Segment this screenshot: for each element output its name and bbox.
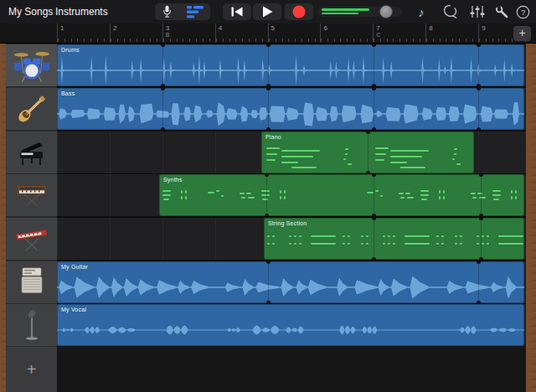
midi-note xyxy=(405,243,430,245)
tracks-view-icon[interactable] xyxy=(187,6,204,18)
play-icon xyxy=(261,6,273,18)
volume-knob[interactable] xyxy=(379,5,393,18)
loop-joint-dot xyxy=(372,84,376,86)
record-button[interactable] xyxy=(285,3,313,20)
bar-ruler[interactable]: 123B4567C89 + xyxy=(0,23,536,44)
instruments-button[interactable]: Instruments xyxy=(55,6,108,18)
bar-number: 4 xyxy=(219,24,222,32)
track-lanes: Drums Bass Piano Synths String S xyxy=(57,44,526,392)
midi-note xyxy=(375,159,384,161)
region-bass[interactable]: Bass xyxy=(57,88,524,130)
midi-note xyxy=(482,243,484,245)
level-meter-right xyxy=(322,13,358,15)
loop-joint-dot xyxy=(161,84,165,86)
loop-joint xyxy=(266,174,267,216)
beat-ticks xyxy=(269,39,321,42)
loop-joint xyxy=(268,88,269,130)
loop-browser-icon[interactable] xyxy=(439,0,461,23)
midi-note xyxy=(455,243,457,245)
play-button[interactable] xyxy=(253,3,281,20)
loop-joint-dot xyxy=(372,257,376,260)
loop-joint xyxy=(478,88,479,130)
loop-joint-dot xyxy=(366,132,370,134)
region-strings[interactable]: String Section xyxy=(264,218,524,260)
track-header-drums[interactable] xyxy=(6,44,57,86)
loop-joint xyxy=(374,88,374,130)
region-guitar[interactable]: My Guitar xyxy=(57,261,524,303)
track-header-strings[interactable] xyxy=(6,218,57,260)
help-icon[interactable]: ? xyxy=(512,0,533,23)
loop-joint-dot xyxy=(479,218,483,220)
midi-note xyxy=(452,158,455,160)
region-vocal[interactable]: My Vocal xyxy=(57,304,524,346)
loop-joint xyxy=(374,174,374,216)
track-header-synths[interactable] xyxy=(6,174,57,216)
wood-frame-right xyxy=(526,44,536,392)
bar-number: 8 xyxy=(429,24,432,32)
record-icon xyxy=(293,6,306,18)
region-piano[interactable]: Piano xyxy=(261,132,474,173)
loop-joint xyxy=(268,261,269,303)
track-header-guitar[interactable] xyxy=(6,261,57,303)
midi-note xyxy=(520,243,523,245)
toolbar: My Songs Instruments xyxy=(0,0,536,24)
microphone-icon[interactable] xyxy=(162,4,173,19)
midi-note xyxy=(393,243,395,245)
ruler-bar: 3B xyxy=(162,23,215,43)
loop-joint-dot xyxy=(265,214,269,216)
midi-note xyxy=(367,192,374,193)
midi-note xyxy=(443,196,445,199)
track-header-bass[interactable] xyxy=(6,88,57,130)
midi-note xyxy=(280,196,281,199)
lane-strings: String Section xyxy=(57,218,526,260)
midi-note xyxy=(420,190,429,192)
region-label: Bass xyxy=(61,90,75,96)
midi-note xyxy=(390,156,422,157)
ruler-bar: 8 xyxy=(425,23,478,43)
track-header-vocal[interactable] xyxy=(6,304,57,346)
bar-number: 1 xyxy=(60,24,64,32)
midi-note xyxy=(272,235,275,237)
track-header-piano[interactable] xyxy=(6,132,57,173)
ruler-bar: 6 xyxy=(320,23,373,43)
midi-note xyxy=(400,167,425,168)
midi-note xyxy=(388,243,390,245)
loop-joint-dot xyxy=(265,174,269,177)
midi-note xyxy=(280,190,281,193)
beat-ticks xyxy=(374,39,425,42)
note-editor-icon[interactable]: ♪ xyxy=(410,0,432,23)
region-label: Drums xyxy=(61,47,80,53)
ruler-bar: 4 xyxy=(215,23,268,43)
midi-note xyxy=(299,235,302,237)
midi-note xyxy=(441,243,444,245)
midi-note xyxy=(383,235,385,237)
midi-note xyxy=(311,235,336,237)
add-track-button[interactable]: + xyxy=(6,347,57,392)
region-drums[interactable]: Drums xyxy=(57,44,524,86)
bar-number: 5 xyxy=(271,24,275,32)
midi-note xyxy=(266,153,277,155)
region-label: Synths xyxy=(163,177,183,183)
view-segmented-control[interactable] xyxy=(155,3,210,20)
track-controls-icon[interactable] xyxy=(466,0,488,23)
beat-ticks xyxy=(426,39,478,42)
my-songs-button[interactable]: My Songs xyxy=(8,6,53,18)
svg-text:?: ? xyxy=(520,7,524,16)
loop-joint xyxy=(478,44,479,86)
midi-note xyxy=(294,243,296,245)
midi-note xyxy=(248,197,255,199)
microphone-stand-icon xyxy=(13,307,51,343)
midi-note xyxy=(266,147,280,149)
midi-note xyxy=(281,162,298,163)
region-synths[interactable]: Synths xyxy=(159,174,524,216)
midi-note xyxy=(216,190,219,192)
midi-note xyxy=(366,243,368,245)
audio-waveform xyxy=(57,261,524,303)
audio-waveform xyxy=(57,44,524,86)
lane-bass: Bass xyxy=(57,88,526,130)
midi-note xyxy=(185,190,187,193)
song-sections-button[interactable]: + xyxy=(513,26,531,41)
midi-note xyxy=(311,243,336,245)
settings-wrench-icon[interactable] xyxy=(491,0,513,23)
rewind-button[interactable] xyxy=(223,3,251,20)
